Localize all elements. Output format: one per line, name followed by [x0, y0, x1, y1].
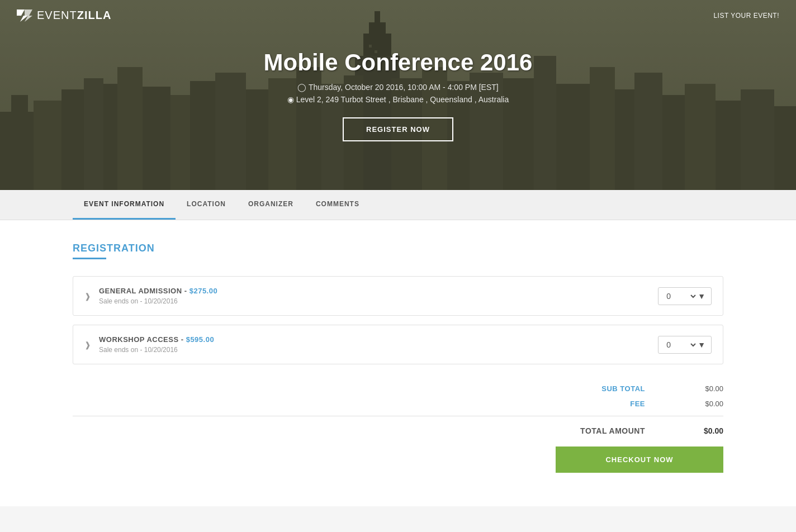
main-content: REGISTRATION ❱ GENERAL ADMISSION - $275.… [0, 220, 796, 506]
fee-label: FEE [578, 400, 645, 408]
checkout-now-button[interactable]: CHECKOUT NOW [556, 446, 723, 473]
workshop-access-sale: Sale ends on - 10/20/2016 [99, 346, 214, 354]
clock-icon: ◯ [297, 83, 306, 92]
grand-total-value: $0.00 [679, 426, 723, 435]
event-location: ◉ Level 2, 249 Turbot Street , Brisbane … [264, 95, 533, 104]
general-admission-chevron[interactable]: ❱ [84, 292, 91, 301]
event-title: Mobile Conference 2016 [264, 49, 533, 76]
totals-divider [73, 416, 723, 416]
logo-icon [17, 10, 32, 21]
general-admission-ticket: ❱ GENERAL ADMISSION - $275.00 Sale ends … [73, 276, 723, 316]
logo-event: EVENT [37, 9, 77, 21]
workshop-access-ticket: ❱ WORKSHOP ACCESS - $595.00 Sale ends on… [73, 325, 723, 364]
tab-organizer[interactable]: ORGANIZER [237, 190, 305, 220]
logo: EVENTZILLA [17, 9, 111, 22]
workshop-access-info: WORKSHOP ACCESS - $595.00 Sale ends on -… [99, 335, 214, 354]
section-title-underline [73, 258, 106, 259]
ticket-left-general: ❱ GENERAL ADMISSION - $275.00 Sale ends … [84, 287, 217, 305]
tab-location[interactable]: LOCATION [176, 190, 237, 220]
fee-value: $0.00 [679, 400, 723, 408]
workshop-access-qty-selector[interactable]: 0 1 2 3 4 5 ▼ [658, 336, 712, 354]
tab-event-information[interactable]: EVENT INFORMATION [73, 190, 176, 220]
top-navigation: EVENTZILLA LIST YOUR EVENT! [0, 0, 796, 31]
subtotal-row: SUB TOTAL $0.00 [73, 381, 723, 396]
subtotal-value: $0.00 [679, 384, 723, 393]
register-now-button[interactable]: REGISTER NOW [343, 117, 453, 141]
general-admission-price: $275.00 [189, 287, 218, 295]
registration-section-title: REGISTRATION [73, 243, 723, 254]
qty-dropdown-icon-2: ▼ [698, 340, 705, 349]
totals-section: SUB TOTAL $0.00 FEE $0.00 TOTAL AMOUNT $… [73, 376, 723, 473]
svg-marker-39 [25, 10, 32, 22]
location-icon: ◉ [287, 95, 294, 104]
logo-text: EVENTZILLA [37, 9, 111, 22]
workshop-access-chevron[interactable]: ❱ [84, 340, 91, 349]
general-admission-sale: Sale ends on - 10/20/2016 [99, 297, 217, 305]
general-admission-qty-selector[interactable]: 0 1 2 3 4 5 ▼ [658, 287, 712, 305]
tab-comments[interactable]: COMMENTS [305, 190, 371, 220]
workshop-access-name: WORKSHOP ACCESS - $595.00 [99, 335, 214, 344]
general-admission-info: GENERAL ADMISSION - $275.00 Sale ends on… [99, 287, 217, 305]
event-datetime: ◯ Thursday, October 20 2016, 10:00 AM - … [264, 83, 533, 92]
qty-dropdown-icon: ▼ [698, 292, 705, 301]
workshop-access-price: $595.00 [186, 335, 215, 344]
grand-total-row: TOTAL AMOUNT $0.00 [73, 421, 723, 441]
logo-zilla: ZILLA [77, 9, 112, 21]
general-admission-name: GENERAL ADMISSION - $275.00 [99, 287, 217, 295]
general-admission-qty-input[interactable]: 0 1 2 3 4 5 [664, 291, 698, 301]
list-event-link[interactable]: LIST YOUR EVENT! [713, 12, 779, 20]
ticket-left-workshop: ❱ WORKSHOP ACCESS - $595.00 Sale ends on… [84, 335, 214, 354]
workshop-access-qty-input[interactable]: 0 1 2 3 4 5 [664, 340, 698, 350]
subtotal-label: SUB TOTAL [578, 384, 645, 393]
fee-row: FEE $0.00 [73, 396, 723, 411]
grand-total-label: TOTAL AMOUNT [578, 426, 645, 435]
tabs-navigation: EVENT INFORMATION LOCATION ORGANIZER COM… [0, 190, 796, 220]
hero-content: Mobile Conference 2016 ◯ Thursday, Octob… [264, 49, 533, 141]
hero-section: EVENTZILLA LIST YOUR EVENT! Mobile Confe… [0, 0, 796, 190]
